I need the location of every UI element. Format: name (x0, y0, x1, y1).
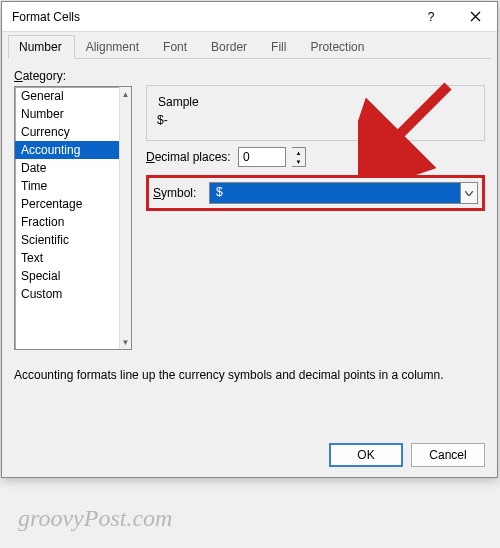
list-item[interactable]: Text (15, 249, 119, 267)
symbol-label: Symbol: (153, 186, 203, 200)
spin-down-icon[interactable]: ▼ (292, 157, 305, 166)
help-button[interactable]: ? (409, 2, 453, 31)
list-item[interactable]: Number (15, 105, 119, 123)
watermark: groovyPost.com (18, 505, 172, 532)
list-item[interactable]: Date (15, 159, 119, 177)
tab-fill[interactable]: Fill (260, 35, 299, 59)
close-button[interactable] (453, 2, 497, 31)
tab-font[interactable]: Font (152, 35, 200, 59)
list-item[interactable]: Time (15, 177, 119, 195)
symbol-dropdown-button[interactable] (460, 182, 478, 204)
list-item[interactable]: Currency (15, 123, 119, 141)
scroll-down-icon[interactable]: ▼ (120, 335, 131, 349)
tab-alignment[interactable]: Alignment (75, 35, 152, 59)
decimal-places-input[interactable] (238, 147, 286, 167)
cancel-button[interactable]: Cancel (411, 443, 485, 467)
decimal-spinner[interactable]: ▲ ▼ (292, 147, 306, 167)
ok-button[interactable]: OK (329, 443, 403, 467)
tab-border[interactable]: Border (200, 35, 260, 59)
annotation-highlight: Symbol: $ (146, 175, 485, 211)
symbol-combobox[interactable]: $ (209, 182, 460, 204)
svg-line-2 (380, 86, 448, 154)
tab-number[interactable]: Number (8, 35, 75, 59)
list-item[interactable]: Fraction (15, 213, 119, 231)
spin-up-icon[interactable]: ▲ (292, 148, 305, 157)
list-item[interactable]: Percentage (15, 195, 119, 213)
tab-bar: Number Alignment Font Border Fill Protec… (2, 34, 497, 58)
list-item[interactable]: Special (15, 267, 119, 285)
scroll-up-icon[interactable]: ▲ (120, 87, 131, 101)
scrollbar[interactable]: ▲ ▼ (119, 87, 131, 349)
list-item-selected[interactable]: Accounting (15, 141, 119, 159)
format-description: Accounting formats line up the currency … (2, 368, 497, 382)
decimal-label: Decimal places: (146, 150, 232, 164)
list-item[interactable]: Custom (15, 285, 119, 303)
format-cells-dialog: Format Cells ? Number Alignment Font Bor… (1, 1, 498, 478)
tab-protection[interactable]: Protection (299, 35, 377, 59)
list-item[interactable]: General (15, 87, 119, 105)
sample-label: Sample (155, 95, 202, 109)
annotation-arrow-icon (358, 76, 468, 176)
titlebar: Format Cells ? (2, 2, 497, 32)
list-item[interactable]: Scientific (15, 231, 119, 249)
category-label: Category: (14, 69, 132, 83)
chevron-down-icon (465, 191, 473, 196)
dialog-title: Format Cells (2, 10, 409, 24)
category-listbox[interactable]: General Number Currency Accounting Date … (14, 86, 132, 350)
